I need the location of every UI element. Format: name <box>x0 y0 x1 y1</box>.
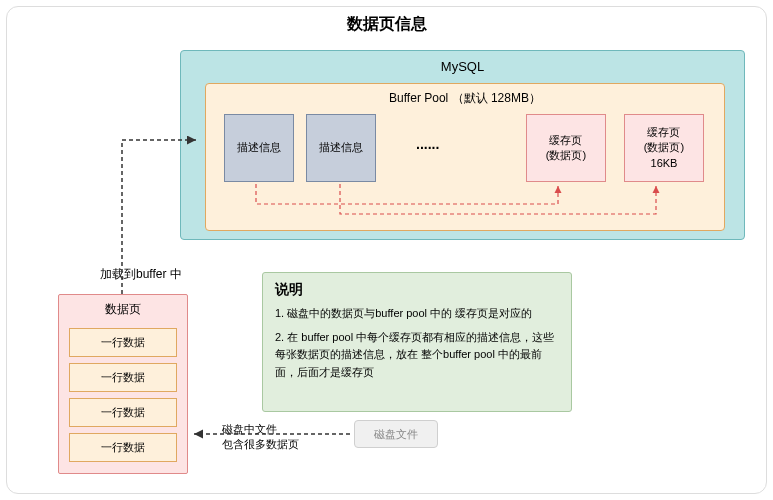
explanation-item-2: 2. 在 buffer pool 中每个缓存页都有相应的描述信息，这些每张数据页… <box>275 329 559 382</box>
disk-text-label: 磁盘中文件包含很多数据页 <box>222 422 299 453</box>
load-to-buffer-label: 加载到buffer 中 <box>100 266 182 283</box>
mysql-box: MySQL Buffer Pool （默认 128MB） 描述信息 描述信息 ·… <box>180 50 745 240</box>
diagram-title: 数据页信息 <box>0 14 773 35</box>
mysql-label: MySQL <box>181 59 744 74</box>
data-page-box: 数据页 一行数据 一行数据 一行数据 一行数据 <box>58 294 188 474</box>
cache-page-box-2: 缓存页(数据页)16KB <box>624 114 704 182</box>
explanation-title: 说明 <box>275 281 559 299</box>
data-row: 一行数据 <box>69 433 177 462</box>
explanation-item-1: 1. 磁盘中的数据页与buffer pool 中的 缓存页是对应的 <box>275 305 559 323</box>
desc-info-box-1: 描述信息 <box>224 114 294 182</box>
buffer-pool-box: Buffer Pool （默认 128MB） 描述信息 描述信息 ······ … <box>205 83 725 231</box>
ellipsis: ······ <box>416 140 439 156</box>
desc-info-box-2: 描述信息 <box>306 114 376 182</box>
data-row: 一行数据 <box>69 328 177 357</box>
data-row: 一行数据 <box>69 398 177 427</box>
cache-page-box-1: 缓存页(数据页) <box>526 114 606 182</box>
data-row: 一行数据 <box>69 363 177 392</box>
buffer-pool-label: Buffer Pool （默认 128MB） <box>206 90 724 107</box>
data-page-title: 数据页 <box>59 295 187 322</box>
disk-file-box: 磁盘文件 <box>354 420 438 448</box>
explanation-box: 说明 1. 磁盘中的数据页与buffer pool 中的 缓存页是对应的 2. … <box>262 272 572 412</box>
